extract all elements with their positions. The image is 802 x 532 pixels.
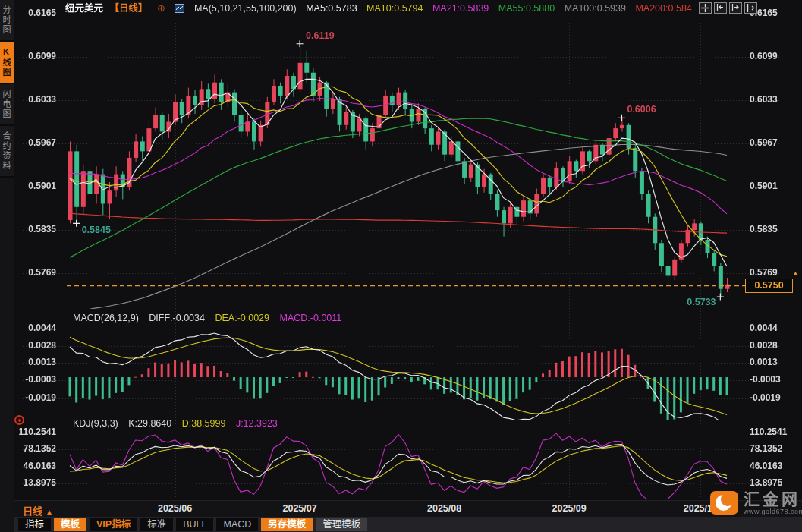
chart-canvas[interactable] xyxy=(0,0,802,532)
macd-diff-value: DIFF:-0.0034 xyxy=(149,313,205,323)
shift-left-icon[interactable] xyxy=(714,2,727,14)
price-up-arrow-icon: ▲ xyxy=(792,269,799,277)
macd-tick-left: -0.0019 xyxy=(12,392,56,403)
date-axis: 日线▲ 2025/062025/072025/082025/092025/10 xyxy=(14,500,802,518)
annotation-high: 0.6006 xyxy=(627,104,656,115)
toolbar-manage-template-button[interactable]: 管理模板 xyxy=(316,518,367,531)
kdj-k-value: K:29.8640 xyxy=(128,418,171,429)
chevron-up-icon: ▲ xyxy=(46,508,53,516)
toolbar-standard-button[interactable]: 标准 xyxy=(140,518,173,531)
sidebar-tab-flash[interactable]: 闪电图 xyxy=(0,84,14,126)
period-tag[interactable]: 【日线】 xyxy=(110,3,148,14)
toolbar-bull-button[interactable]: BULL xyxy=(176,518,213,531)
toolbar-save-template-button[interactable]: 另存模板 xyxy=(261,518,313,531)
macd-tick-right: 0.0044 xyxy=(750,323,800,333)
kdj-tick-right: 78.1352 xyxy=(750,443,800,454)
site-logo: 汇金网 www.gold678.com xyxy=(710,491,802,515)
ma200-value: MA200:0.584 xyxy=(635,3,691,14)
sidebar-tab-contract-info[interactable]: 合约资料 xyxy=(0,126,14,178)
ma10-value: MA10:0.5794 xyxy=(366,3,423,14)
kdj-title[interactable]: KDJ(9,3,3) xyxy=(73,418,118,429)
macd-legend: MACD(26,12,9) DIFF:-0.0034 DEA:-0.0029 M… xyxy=(73,313,349,323)
kdj-tick-left: 110.2541 xyxy=(12,427,56,437)
macd-tick-left: 0.0013 xyxy=(12,357,56,367)
date-label: 2025/09 xyxy=(539,503,599,514)
macd-tick-right: 0.0028 xyxy=(750,340,800,351)
date-label: 2025/08 xyxy=(414,503,475,514)
kdj-tick-left: 46.0163 xyxy=(12,461,56,471)
price-tick-right: 0.5967 xyxy=(750,137,800,148)
bottom-toolbar: 指标 模板 VIP指标 标准 BULL MACD 另存模板 管理模板 xyxy=(14,517,802,532)
toolbar-indicators-button[interactable]: 指标 xyxy=(18,518,51,531)
macd-tick-right: 0.0013 xyxy=(750,357,800,367)
ma55-value: MA55:0.5880 xyxy=(498,3,555,14)
toolbar-vip-indicators-button[interactable]: VIP指标 xyxy=(90,518,137,531)
shift-right-icon[interactable] xyxy=(729,2,742,14)
chart-window: 分时图 K线图 闪电图 合约资料 纽元美元 【日线】 ⊕ MA(5,10,21,… xyxy=(0,0,802,532)
price-tick-left: 0.5835 xyxy=(12,224,56,235)
kdj-tick-left: 13.8975 xyxy=(12,477,56,488)
price-tick-left: 0.5769 xyxy=(12,267,56,278)
sidebar: 分时图 K线图 闪电图 合约资料 xyxy=(0,0,14,532)
logo-name: 汇金网 xyxy=(744,491,802,507)
record-dot-icon[interactable] xyxy=(14,415,24,425)
price-tick-left: 0.5967 xyxy=(12,137,56,148)
kdj-tick-right: 13.8975 xyxy=(750,477,800,488)
price-tick-left: 0.6099 xyxy=(12,51,56,61)
macd-tick-right: -0.0019 xyxy=(750,392,800,403)
chart-tool-icons xyxy=(699,2,757,14)
crosshair-icon[interactable] xyxy=(699,2,712,14)
toolbar-macd-button[interactable]: MACD xyxy=(216,518,258,531)
kdj-d-value: D:38.5999 xyxy=(182,418,226,429)
price-tick-right: 0.6033 xyxy=(750,94,800,105)
macd-dea-value: DEA:-0.0029 xyxy=(215,313,269,323)
circle-plus-icon[interactable]: ⊕ xyxy=(157,2,165,14)
period-selector[interactable]: 日线▲ xyxy=(23,503,53,518)
kdj-tick-right: 46.0163 xyxy=(750,461,800,471)
sidebar-tab-timeline[interactable]: 分时图 xyxy=(0,0,14,42)
date-label: 2025/06 xyxy=(145,503,206,514)
ma21-value: MA21:0.5839 xyxy=(432,3,489,14)
ma5-value: MA5:0.5783 xyxy=(306,3,357,14)
annotation-low: 0.5733 xyxy=(687,297,716,307)
pan-right-icon[interactable] xyxy=(744,2,757,14)
ma100-value: MA100:0.5939 xyxy=(565,3,626,14)
annotation-high: 0.6119 xyxy=(306,30,335,41)
price-tick-left: 0.6165 xyxy=(12,8,56,18)
last-price-tag: 0.5750 xyxy=(745,279,793,293)
price-tick-right: 0.5835 xyxy=(750,224,800,235)
toolbar-template-button[interactable]: 模板 xyxy=(54,518,86,531)
macd-tick-left: -0.0003 xyxy=(12,374,56,385)
logo-icon xyxy=(710,491,738,515)
sidebar-tab-kline[interactable]: K线图 xyxy=(0,42,14,84)
macd-value: MACD:-0.0011 xyxy=(280,313,342,323)
macd-tick-right: -0.0003 xyxy=(750,374,800,385)
kdj-tick-right: 110.2541 xyxy=(750,427,800,437)
chart-legend: 纽元美元 【日线】 ⊕ MA(5,10,21,55,100,200) MA5:0… xyxy=(65,2,699,16)
mini-chart-icon[interactable] xyxy=(175,4,184,16)
sidebar-filler xyxy=(0,178,14,532)
kdj-j-value: J:12.3923 xyxy=(236,418,278,429)
macd-title[interactable]: MACD(26,12,9) xyxy=(73,313,139,323)
date-label: 2025/07 xyxy=(269,503,330,514)
price-tick-right: 0.6099 xyxy=(750,51,800,61)
symbol-name: 纽元美元 xyxy=(65,3,103,14)
logo-url: www.gold678.com xyxy=(744,508,802,515)
price-tick-left: 0.6033 xyxy=(12,94,56,105)
macd-tick-left: 0.0028 xyxy=(12,340,56,351)
price-tick-left: 0.5901 xyxy=(12,181,56,191)
kdj-legend: KDJ(9,3,3) K:29.8640 D:38.5999 J:12.3923 xyxy=(73,418,285,429)
kdj-tick-left: 78.1352 xyxy=(12,443,56,454)
ma-settings-label[interactable]: MA(5,10,21,55,100,200) xyxy=(194,3,297,14)
macd-tick-left: 0.0044 xyxy=(12,323,56,333)
price-tick-right: 0.5901 xyxy=(750,181,800,191)
annotation-low: 0.5845 xyxy=(82,225,111,235)
